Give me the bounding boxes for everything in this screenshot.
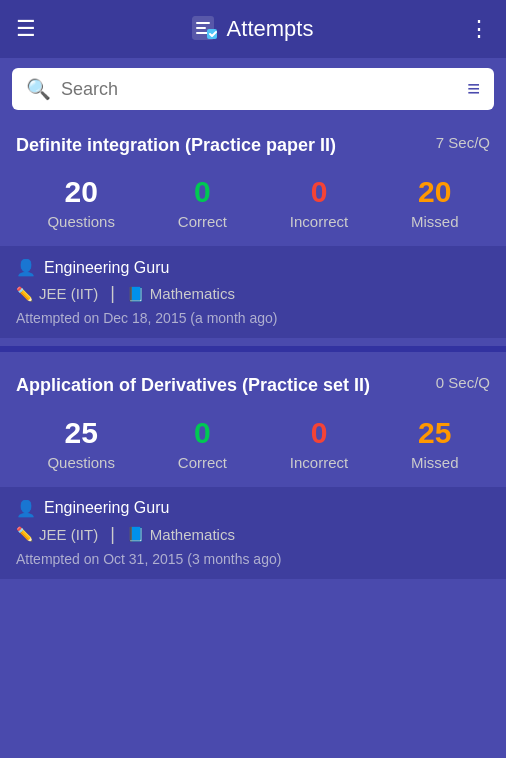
footer-date-2: Attempted on Oct 31, 2015 (3 months ago)	[16, 551, 490, 567]
exam-label-2: JEE (IIT)	[39, 526, 98, 543]
exam-icon-2: ✏️	[16, 526, 33, 542]
stat-missed-1: 20 Missed	[411, 175, 459, 230]
footer-author-1: 👤 Engineering Guru	[16, 258, 490, 277]
hamburger-icon[interactable]: ☰	[16, 16, 36, 42]
card-sec-1: 7 Sec/Q	[436, 134, 490, 151]
header-center: Attempts	[191, 15, 314, 43]
stat-incorrect-label-1: Incorrect	[290, 213, 348, 230]
attempt-card-2: Application of Derivatives (Practice set…	[0, 360, 506, 578]
stat-missed-value-2: 25	[418, 416, 451, 450]
svg-rect-1	[207, 29, 217, 39]
stat-questions-label-1: Questions	[47, 213, 115, 230]
card-title-2: Application of Derivatives (Practice set…	[16, 374, 428, 397]
exam-meta-1: ✏️ JEE (IIT)	[16, 285, 98, 302]
stat-correct-label-1: Correct	[178, 213, 227, 230]
stat-missed-label-2: Missed	[411, 454, 459, 471]
stat-correct-1: 0 Correct	[178, 175, 227, 230]
subject-icon-2: 📘	[127, 526, 144, 542]
stats-row-2: 25 Questions 0 Correct 0 Incorrect 25 Mi…	[0, 408, 506, 487]
stat-questions-value-1: 20	[65, 175, 98, 209]
stat-questions-1: 20 Questions	[47, 175, 115, 230]
subject-icon-1: 📘	[127, 286, 144, 302]
exam-label-1: JEE (IIT)	[39, 285, 98, 302]
card-divider	[0, 346, 506, 352]
stat-missed-2: 25 Missed	[411, 416, 459, 471]
card-sec-2: 0 Sec/Q	[436, 374, 490, 391]
search-bar: 🔍 ≡	[12, 68, 494, 110]
stat-correct-label-2: Correct	[178, 454, 227, 471]
filter-icon[interactable]: ≡	[467, 76, 480, 102]
footer-date-1: Attempted on Dec 18, 2015 (a month ago)	[16, 310, 490, 326]
stat-missed-value-1: 20	[418, 175, 451, 209]
exam-meta-2: ✏️ JEE (IIT)	[16, 526, 98, 543]
search-input[interactable]	[61, 79, 457, 100]
author-name-1: Engineering Guru	[44, 259, 169, 277]
more-options-icon[interactable]: ⋮	[468, 16, 490, 42]
meta-divider-2: |	[110, 524, 115, 545]
author-icon-2: 👤	[16, 499, 36, 518]
card-footer-2: 👤 Engineering Guru ✏️ JEE (IIT) | 📘 Math…	[0, 487, 506, 579]
exam-icon-1: ✏️	[16, 286, 33, 302]
subject-label-1: Mathematics	[150, 285, 235, 302]
author-name-2: Engineering Guru	[44, 499, 169, 517]
card-header-1: Definite integration (Practice paper II)…	[0, 120, 506, 167]
attempt-card-1: Definite integration (Practice paper II)…	[0, 120, 506, 338]
stat-incorrect-label-2: Incorrect	[290, 454, 348, 471]
stat-incorrect-2: 0 Incorrect	[290, 416, 348, 471]
stat-incorrect-value-2: 0	[311, 416, 328, 450]
meta-divider-1: |	[110, 283, 115, 304]
stat-questions-label-2: Questions	[47, 454, 115, 471]
footer-meta-1: ✏️ JEE (IIT) | 📘 Mathematics	[16, 283, 490, 304]
header-title: Attempts	[227, 16, 314, 42]
subject-meta-2: 📘 Mathematics	[127, 526, 235, 543]
stat-incorrect-1: 0 Incorrect	[290, 175, 348, 230]
stat-missed-label-1: Missed	[411, 213, 459, 230]
subject-label-2: Mathematics	[150, 526, 235, 543]
footer-meta-2: ✏️ JEE (IIT) | 📘 Mathematics	[16, 524, 490, 545]
card-title-1: Definite integration (Practice paper II)	[16, 134, 428, 157]
stats-row-1: 20 Questions 0 Correct 0 Incorrect 20 Mi…	[0, 167, 506, 246]
stat-incorrect-value-1: 0	[311, 175, 328, 209]
stat-questions-2: 25 Questions	[47, 416, 115, 471]
subject-meta-1: 📘 Mathematics	[127, 285, 235, 302]
card-footer-1: 👤 Engineering Guru ✏️ JEE (IIT) | 📘 Math…	[0, 246, 506, 338]
stat-correct-2: 0 Correct	[178, 416, 227, 471]
card-header-2: Application of Derivatives (Practice set…	[0, 360, 506, 407]
author-icon-1: 👤	[16, 258, 36, 277]
footer-author-2: 👤 Engineering Guru	[16, 499, 490, 518]
stat-questions-value-2: 25	[65, 416, 98, 450]
stat-correct-value-1: 0	[194, 175, 211, 209]
app-logo-icon	[191, 15, 219, 43]
stat-correct-value-2: 0	[194, 416, 211, 450]
app-header: ☰ Attempts ⋮	[0, 0, 506, 58]
search-icon: 🔍	[26, 77, 51, 101]
